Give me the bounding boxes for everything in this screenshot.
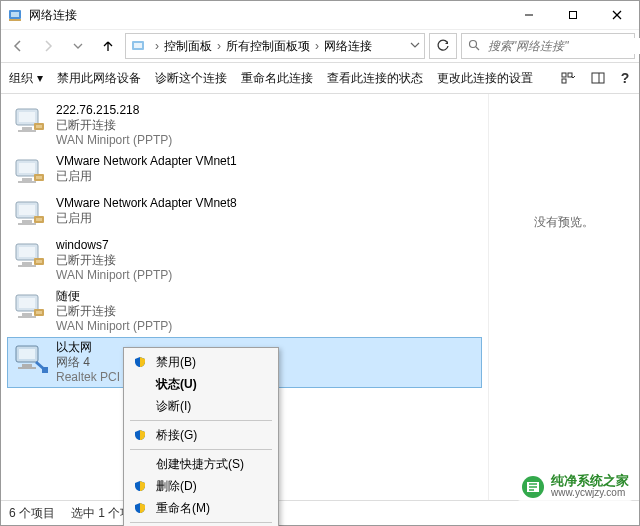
breadcrumb[interactable]: › 控制面板 › 所有控制面板项 › 网络连接: [125, 33, 425, 59]
svg-rect-14: [592, 73, 604, 83]
nav-back-button[interactable]: [5, 33, 31, 59]
context-menu: 禁用(B) 状态(U) 诊断(I) 桥接(G) 创建快捷方式(S) 删除(D) …: [123, 347, 279, 526]
svg-rect-45: [36, 311, 42, 314]
cmd-rename[interactable]: 重命名此连接: [241, 70, 313, 87]
search-input[interactable]: [486, 38, 640, 54]
connection-name: 222.76.215.218: [56, 103, 172, 118]
ctx-shortcut[interactable]: 创建快捷方式(S): [126, 453, 276, 475]
preview-pane: 没有预览。: [488, 94, 639, 500]
address-bar: › 控制面板 › 所有控制面板项 › 网络连接: [1, 30, 639, 63]
connection-name: 以太网: [56, 340, 120, 355]
svg-rect-30: [22, 220, 32, 223]
svg-point-9: [470, 40, 477, 47]
nav-up-button[interactable]: [95, 33, 121, 59]
window-buttons: [507, 1, 639, 29]
watermark-logo-icon: [521, 475, 545, 499]
network-adapter-icon: [12, 238, 48, 274]
search-icon: [468, 39, 480, 54]
breadcrumb-item[interactable]: 所有控制面板项: [226, 38, 310, 55]
network-adapter-icon: [12, 340, 48, 376]
control-panel-icon: [130, 38, 146, 54]
svg-line-10: [476, 47, 479, 50]
ctx-bridge[interactable]: 桥接(G): [126, 424, 276, 446]
svg-rect-50: [42, 367, 48, 373]
shield-icon: [132, 427, 148, 443]
svg-rect-33: [36, 218, 42, 221]
chevron-right-icon: ›: [217, 39, 221, 53]
connection-item[interactable]: VMware Network Adapter VMnet8已启用: [7, 193, 482, 235]
chevron-right-icon: ›: [155, 39, 159, 53]
svg-rect-8: [134, 43, 142, 48]
nav-forward-button[interactable]: [35, 33, 61, 59]
svg-rect-48: [22, 364, 32, 367]
preview-pane-button[interactable]: [591, 67, 605, 89]
organize-menu[interactable]: 组织 ▾: [9, 70, 43, 87]
svg-rect-2: [9, 19, 21, 21]
connection-item[interactable]: VMware Network Adapter VMnet1已启用: [7, 151, 482, 193]
connection-device: Realtek PCI: [56, 370, 120, 385]
connection-item[interactable]: windows7已断开连接WAN Miniport (PPTP): [7, 235, 482, 286]
svg-rect-24: [22, 178, 32, 181]
chevron-down-icon: ▾: [37, 71, 43, 85]
search-box[interactable]: [461, 33, 635, 59]
svg-rect-41: [19, 298, 35, 308]
cmd-disable-device[interactable]: 禁用此网络设备: [57, 70, 141, 87]
connection-status: 已启用: [56, 169, 237, 184]
svg-rect-13: [562, 79, 566, 83]
connection-status: 已断开连接: [56, 304, 172, 319]
svg-rect-21: [36, 125, 42, 128]
connection-status: 已启用: [56, 211, 237, 226]
command-bar: 组织 ▾ 禁用此网络设备 诊断这个连接 重命名此连接 查看此连接的状态 更改此连…: [1, 63, 639, 94]
svg-rect-27: [36, 176, 42, 179]
separator: [130, 420, 272, 421]
svg-rect-29: [19, 205, 35, 215]
window-title: 网络连接: [29, 7, 507, 24]
connection-item[interactable]: 随便已断开连接WAN Miniport (PPTP): [7, 286, 482, 337]
connection-name: 随便: [56, 289, 172, 304]
cmd-change-settings[interactable]: 更改此连接的设置: [437, 70, 533, 87]
status-count: 6 个项目: [9, 505, 55, 522]
close-button[interactable]: [595, 1, 639, 29]
svg-rect-23: [19, 163, 35, 173]
svg-rect-31: [18, 223, 36, 225]
cmd-diagnose[interactable]: 诊断这个连接: [155, 70, 227, 87]
ctx-status[interactable]: 状态(U): [126, 373, 276, 395]
shield-icon: [132, 500, 148, 516]
svg-rect-4: [570, 12, 577, 19]
svg-rect-18: [22, 127, 32, 130]
chevron-down-icon[interactable]: [410, 39, 420, 53]
nav-history-button[interactable]: [65, 33, 91, 59]
svg-rect-19: [18, 130, 36, 132]
watermark-url: www.ycwjzy.com: [551, 487, 629, 499]
minimize-button[interactable]: [507, 1, 551, 29]
svg-rect-43: [18, 316, 36, 318]
view-options-button[interactable]: [561, 67, 577, 89]
content-area: 222.76.215.218已断开连接WAN Miniport (PPTP)VM…: [1, 94, 639, 500]
maximize-button[interactable]: [551, 1, 595, 29]
help-button[interactable]: ?: [619, 67, 631, 89]
window-icon: [7, 7, 23, 23]
connection-status: 已断开连接: [56, 118, 172, 133]
preview-text: 没有预览。: [534, 214, 594, 231]
breadcrumb-item[interactable]: 控制面板: [164, 38, 212, 55]
ctx-disable[interactable]: 禁用(B): [126, 351, 276, 373]
connection-name: VMware Network Adapter VMnet1: [56, 154, 237, 169]
svg-rect-11: [562, 73, 566, 77]
titlebar: 网络连接: [1, 1, 639, 30]
svg-rect-39: [36, 260, 42, 263]
network-adapter-icon: [12, 103, 48, 139]
breadcrumb-item[interactable]: 网络连接: [324, 38, 372, 55]
ctx-delete[interactable]: 删除(D): [126, 475, 276, 497]
ctx-rename[interactable]: 重命名(M): [126, 497, 276, 519]
network-adapter-icon: [12, 289, 48, 325]
ctx-diagnose[interactable]: 诊断(I): [126, 395, 276, 417]
connection-item[interactable]: 222.76.215.218已断开连接WAN Miniport (PPTP): [7, 100, 482, 151]
connection-device: WAN Miniport (PPTP): [56, 268, 172, 283]
refresh-button[interactable]: [429, 33, 457, 59]
connection-device: WAN Miniport (PPTP): [56, 319, 172, 334]
cmd-view-status[interactable]: 查看此连接的状态: [327, 70, 423, 87]
svg-rect-35: [19, 247, 35, 257]
separator: [130, 522, 272, 523]
svg-rect-49: [18, 367, 36, 369]
network-adapter-icon: [12, 196, 48, 232]
